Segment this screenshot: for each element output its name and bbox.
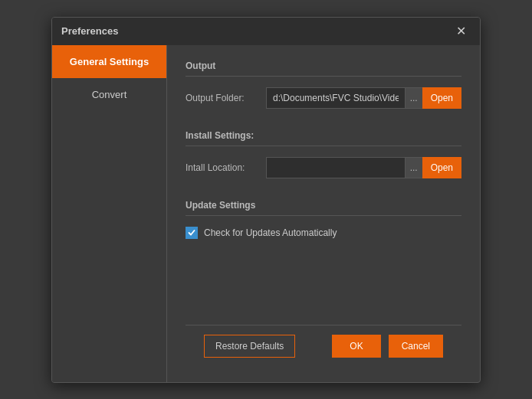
update-section-title: Update Settings xyxy=(186,200,461,211)
install-location-row: Intall Location: ... Open xyxy=(186,157,461,178)
install-section: Install Settings: Intall Location: ... O… xyxy=(186,130,461,188)
update-section: Update Settings Check for Updates Automa… xyxy=(186,200,461,239)
sidebar: General Settings Convert xyxy=(52,45,167,382)
update-divider xyxy=(186,215,461,216)
output-divider xyxy=(186,76,461,77)
sidebar-item-convert[interactable]: Convert xyxy=(52,78,166,111)
checkmark-icon xyxy=(188,229,195,237)
main-content: Output Output Folder: ... Open Install S… xyxy=(167,45,480,382)
sidebar-item-general-settings[interactable]: General Settings xyxy=(52,45,166,78)
preferences-dialog: Preferences ✕ General Settings Convert O… xyxy=(51,17,481,383)
output-folder-open-button[interactable]: Open xyxy=(422,87,461,109)
footer-right-buttons: OK Cancel xyxy=(332,335,443,358)
update-checkbox-row: Check for Updates Automatically xyxy=(186,227,461,239)
close-button[interactable]: ✕ xyxy=(452,24,471,39)
install-location-input[interactable] xyxy=(266,157,405,178)
dialog-body: General Settings Convert Output Output F… xyxy=(52,45,480,382)
output-section-title: Output xyxy=(186,61,461,71)
output-folder-label: Output Folder: xyxy=(186,93,266,103)
install-location-label: Intall Location: xyxy=(186,162,266,173)
update-checkbox-label: Check for Updates Automatically xyxy=(204,227,337,238)
install-section-title: Install Settings: xyxy=(186,130,461,141)
restore-defaults-button[interactable]: Restore Defaults xyxy=(204,335,295,358)
output-folder-input[interactable] xyxy=(266,87,405,109)
output-folder-input-group: ... Open xyxy=(266,87,461,109)
install-divider xyxy=(186,146,461,146)
ok-button[interactable]: OK xyxy=(332,335,380,358)
cancel-button[interactable]: Cancel xyxy=(389,335,443,358)
output-folder-ellipsis-button[interactable]: ... xyxy=(405,87,422,109)
install-location-ellipsis-button[interactable]: ... xyxy=(405,157,422,178)
footer: Restore Defaults OK Cancel xyxy=(186,325,461,367)
install-location-input-group: ... Open xyxy=(266,157,461,178)
output-folder-row: Output Folder: ... Open xyxy=(186,87,461,109)
dialog-title: Preferences xyxy=(61,25,118,37)
title-bar: Preferences ✕ xyxy=(52,18,480,45)
install-location-open-button[interactable]: Open xyxy=(422,157,461,178)
update-checkbox[interactable] xyxy=(186,227,198,239)
